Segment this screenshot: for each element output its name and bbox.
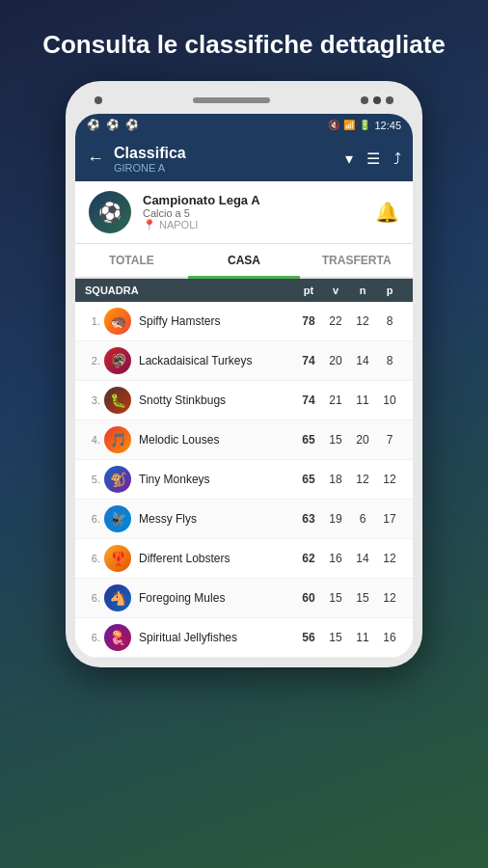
league-logo-icon: ⚽ (98, 201, 122, 224)
team-logo-icon: 🐒 (110, 472, 126, 487)
league-logo: ⚽ (89, 191, 131, 233)
phone-speaker (193, 97, 270, 103)
team-pt: 62 (295, 552, 322, 565)
row-position: 6. (85, 632, 100, 643)
row-position: 1. (85, 315, 100, 327)
soccer-icon2: ⚽ (125, 119, 139, 131)
status-left-icons: ⚽ ⚽ ⚽ (87, 119, 139, 131)
league-name: Campionato Lega A (143, 193, 364, 207)
team-pt: 74 (295, 393, 322, 407)
team-name: Messy Flys (139, 512, 295, 526)
status-right-icons: 🔇 📶 🔋 12:45 (328, 120, 401, 131)
team-p: 12 (376, 591, 403, 605)
row-position: 4. (85, 434, 100, 446)
status-bar: ⚽ ⚽ ⚽ 🔇 📶 🔋 12:45 (75, 114, 413, 137)
table-row[interactable]: 3. 🐛 Snotty Stinkbugs 74 21 11 10 (75, 381, 413, 420)
team-p: 10 (376, 393, 403, 407)
bell-icon[interactable]: 🔔 (375, 201, 399, 224)
team-logo-icon: 🦔 (110, 313, 126, 329)
team-logo: 🦃 (104, 347, 131, 374)
team-logo: 🪼 (104, 624, 131, 651)
team-pt: 63 (295, 512, 322, 526)
team-logo: 🦔 (104, 308, 131, 335)
location-pin-icon: 📍 (143, 219, 156, 231)
team-n: 15 (349, 591, 376, 605)
col-header-v: v (322, 285, 349, 296)
top-navigation: ← Classifica GIRONE A ▾ ☰ ⤴ (75, 137, 413, 181)
phone-device: ⚽ ⚽ ⚽ 🔇 📶 🔋 12:45 ← Classifica GIRONE A … (66, 81, 422, 667)
team-name: Melodic Louses (139, 433, 295, 447)
tab-casa[interactable]: CASA (188, 244, 301, 277)
team-logo-icon: 🪼 (110, 630, 126, 645)
team-v: 18 (322, 473, 349, 486)
team-name: Different Lobsters (139, 552, 295, 565)
row-position: 2. (85, 355, 100, 366)
dropdown-icon[interactable]: ▾ (345, 149, 353, 168)
table-rows-container: 1. 🦔 Spiffy Hamsters 78 22 12 8 2. 🦃 Lac… (75, 302, 413, 658)
nav-actions: ▾ ☰ ⤴ (345, 149, 401, 168)
wifi-icon: ⚽ (87, 119, 100, 131)
team-v: 15 (322, 631, 349, 644)
team-pt: 74 (295, 354, 322, 367)
phone-camera (95, 96, 102, 104)
team-p: 12 (376, 473, 403, 486)
table-row[interactable]: 6. 🦞 Different Lobsters 62 16 14 12 (75, 539, 413, 579)
row-position: 6. (85, 513, 100, 525)
team-n: 14 (349, 552, 376, 565)
back-button[interactable]: ← (87, 149, 104, 169)
table-header: SQUADRA pt v n p (75, 279, 413, 302)
team-logo-icon: 🐛 (110, 393, 126, 408)
team-v: 20 (322, 354, 349, 367)
col-header-squadra: SQUADRA (85, 285, 295, 296)
col-header-n: n (349, 285, 376, 296)
table-row[interactable]: 6. 🪰 Messy Flys 63 19 6 17 (75, 500, 413, 539)
page-heading: Consulta le classifiche dettagliate (4, 0, 484, 81)
team-p: 8 (376, 354, 403, 367)
league-info: Campionato Lega A Calcio a 5 📍 NAPOLI (143, 193, 364, 231)
phone-screen: ⚽ ⚽ ⚽ 🔇 📶 🔋 12:45 ← Classifica GIRONE A … (75, 114, 413, 658)
team-logo: 🐛 (104, 387, 131, 414)
tabs-row: TOTALE CASA TRASFERTA (75, 244, 413, 279)
team-logo: 🐒 (104, 466, 131, 493)
team-p: 8 (376, 314, 403, 328)
team-v: 21 (322, 393, 349, 407)
team-logo-icon: 🦃 (110, 353, 126, 368)
team-n: 11 (349, 393, 376, 407)
row-position: 3. (85, 394, 100, 406)
table-row[interactable]: 6. 🪼 Spiritual Jellyfishes 56 15 11 16 (75, 618, 413, 658)
table-row[interactable]: 6. 🐴 Foregoing Mules 60 15 15 12 (75, 579, 413, 618)
team-name: Snotty Stinkbugs (139, 393, 295, 407)
team-name: Tiny Monkeys (139, 473, 295, 486)
share-icon[interactable]: ⤴ (393, 150, 401, 168)
team-logo-icon: 🦞 (110, 551, 126, 566)
team-logo: 🪰 (104, 505, 131, 532)
col-header-p: p (376, 285, 403, 296)
menu-icon[interactable]: ☰ (366, 149, 380, 168)
team-name: Foregoing Mules (139, 591, 295, 605)
team-v: 22 (322, 314, 349, 328)
standings-table: SQUADRA pt v n p 1. 🦔 Spiffy Hamsters 78… (75, 279, 413, 658)
row-position: 6. (85, 592, 100, 604)
league-location: 📍 NAPOLI (143, 219, 364, 231)
tab-trasferta[interactable]: TRASFERTA (300, 244, 413, 277)
table-row[interactable]: 5. 🐒 Tiny Monkeys 65 18 12 12 (75, 460, 413, 500)
table-row[interactable]: 4. 🎵 Melodic Louses 65 15 20 7 (75, 420, 413, 460)
col-header-pt: pt (295, 285, 322, 296)
team-logo: 🦞 (104, 545, 131, 572)
tab-totale[interactable]: TOTALE (75, 244, 188, 277)
team-logo: 🐴 (104, 584, 131, 611)
team-n: 14 (349, 354, 376, 367)
table-row[interactable]: 1. 🦔 Spiffy Hamsters 78 22 12 8 (75, 302, 413, 341)
phone-sensor (386, 96, 393, 104)
nav-title: Classifica (114, 145, 336, 162)
team-p: 17 (376, 512, 403, 526)
battery-icon: 🔋 (359, 120, 370, 130)
table-row[interactable]: 2. 🦃 Lackadaisical Turkeys 74 20 14 8 (75, 341, 413, 381)
team-v: 15 (322, 591, 349, 605)
phone-dot-1 (361, 96, 368, 104)
team-pt: 78 (295, 314, 322, 328)
team-logo-icon: 🪰 (110, 511, 126, 527)
mute-icon: 🔇 (328, 120, 339, 130)
row-position: 5. (85, 474, 100, 485)
league-type: Calcio a 5 (143, 207, 364, 219)
